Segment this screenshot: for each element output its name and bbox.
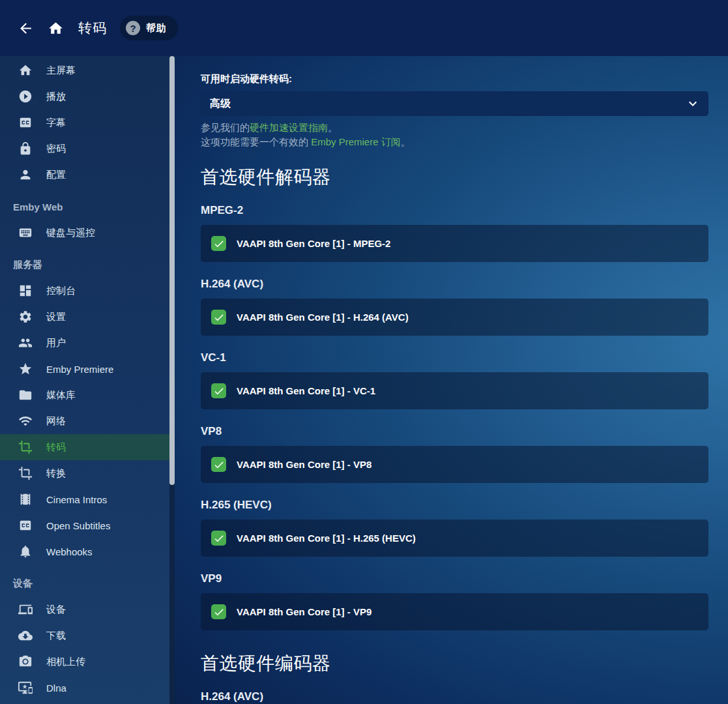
- decoder-groups: MPEG-2VAAPI 8th Gen Core [1] - MPEG-2H.2…: [201, 204, 708, 630]
- sidebar-item-emby-premiere[interactable]: Emby Premiere: [0, 356, 169, 382]
- sidebar-item-settings[interactable]: 设置: [0, 304, 169, 330]
- sidebar-item-label: 主屏幕: [46, 65, 76, 77]
- hw-option-label: VAAPI 8th Gen Core [1] - VP8: [237, 459, 371, 470]
- cloud-download-icon: [18, 628, 33, 643]
- sidebar-nav: 主屏幕播放字幕密码配置Emby Web键盘与遥控服务器控制台设置用户Emby P…: [0, 56, 169, 704]
- checkbox-checked[interactable]: [211, 310, 226, 325]
- checkbox-checked[interactable]: [211, 531, 226, 546]
- sidebar-item-webhooks[interactable]: Webhooks: [0, 538, 169, 565]
- sidebar-item-label: 设置: [46, 311, 66, 323]
- sidebar-item-dashboard[interactable]: 控制台: [0, 278, 169, 304]
- gear-icon: [18, 310, 33, 324]
- topbar: 转码 ? 帮助: [0, 0, 728, 56]
- devices-icon: [18, 602, 33, 617]
- sidebar-item-cinema-intros[interactable]: Cinema Intros: [0, 486, 169, 512]
- sidebar-item-transcoding[interactable]: 转码: [0, 434, 169, 460]
- hw-option-card[interactable]: VAAPI 8th Gen Core [1] - VP8: [201, 446, 708, 483]
- sidebar-scrollbar-thumb[interactable]: [169, 56, 175, 485]
- home-icon: [48, 20, 64, 37]
- gear-icon: [18, 310, 33, 324]
- sidebar-item-devices[interactable]: 设备: [0, 596, 169, 623]
- star-icon: [18, 362, 33, 376]
- hint-text: 这项功能需要一个有效的: [201, 136, 311, 147]
- check-icon: [213, 312, 225, 323]
- hw-option-label: VAAPI 8th Gen Core [1] - VC-1: [237, 385, 375, 396]
- check-icon: [213, 533, 225, 544]
- sidebar-item-network[interactable]: 网络: [0, 408, 169, 434]
- codec-heading: VC-1: [201, 351, 708, 364]
- convert-icon: [18, 466, 33, 480]
- transcode-icon: [18, 440, 33, 454]
- sidebar-item-downloads[interactable]: 下载: [0, 623, 169, 649]
- checkbox-checked[interactable]: [211, 604, 226, 619]
- sidebar-item-password[interactable]: 密码: [0, 136, 169, 162]
- hw-transcoding-select[interactable]: 高级: [201, 91, 708, 116]
- sidebar-item-open-subtitles[interactable]: Open Subtitles: [0, 512, 169, 538]
- bell-icon: [18, 544, 33, 559]
- sidebar-item-keyboard-remote[interactable]: 键盘与遥控: [0, 220, 169, 246]
- decoders-section-title: 首选硬件解码器: [201, 166, 708, 188]
- back-button[interactable]: [10, 13, 40, 43]
- sidebar-item-label: 网络: [46, 415, 66, 428]
- home-icon: [18, 63, 33, 78]
- sidebar-item-label: Emby Premiere: [46, 364, 113, 375]
- users-icon: [18, 336, 33, 350]
- sidebar-item-users[interactable]: 用户: [0, 330, 169, 356]
- check-icon: [213, 606, 225, 618]
- page-title: 转码: [78, 19, 107, 37]
- users-icon: [18, 336, 33, 350]
- lock-icon: [18, 141, 33, 156]
- person-icon: [18, 168, 33, 182]
- content-row: 主屏幕播放字幕密码配置Emby Web键盘与遥控服务器控制台设置用户Emby P…: [0, 56, 728, 704]
- checkbox-checked[interactable]: [211, 236, 226, 251]
- sidebar-item-label: 控制台: [46, 285, 76, 297]
- checkbox-checked[interactable]: [211, 457, 226, 472]
- sidebar-item-label: 设备: [46, 604, 66, 616]
- wifi-icon: [18, 414, 33, 428]
- dlna-icon: [18, 681, 33, 695]
- hw-option-card[interactable]: VAAPI 8th Gen Core [1] - VP9: [201, 593, 708, 630]
- sidebar-item-label: 转换: [46, 467, 66, 480]
- sidebar-item-label: 密码: [46, 143, 66, 155]
- closed-caption-icon: [18, 518, 33, 533]
- sidebar-item-profile[interactable]: 配置: [0, 162, 169, 188]
- sidebar-item-subtitles[interactable]: 字幕: [0, 110, 169, 136]
- hw-option-card[interactable]: VAAPI 8th Gen Core [1] - VC-1: [201, 372, 708, 409]
- sidebar-item-playback[interactable]: 播放: [0, 83, 169, 110]
- sidebar-item-library[interactable]: 媒体库: [0, 382, 169, 408]
- help-button[interactable]: ? 帮助: [120, 16, 178, 40]
- folder-icon: [18, 388, 33, 402]
- hw-option-label: VAAPI 8th Gen Core [1] - MPEG-2: [237, 238, 390, 249]
- film-icon: [18, 492, 33, 506]
- arrow-back-icon: [18, 20, 34, 37]
- check-icon: [213, 459, 225, 471]
- transcoding-settings-page: 可用时启动硬件转码: 高级 参见我们的硬件加速设置指南。 这项功能需要一个有效的…: [175, 56, 728, 704]
- closed-caption-icon: [18, 518, 33, 533]
- hw-option-label: VAAPI 8th Gen Core [1] - VP9: [237, 606, 371, 617]
- sidebar-item-label: 转码: [46, 441, 66, 454]
- hw-option-card[interactable]: VAAPI 8th Gen Core [1] - MPEG-2: [201, 225, 708, 262]
- emby-app: 转码 ? 帮助 主屏幕播放字幕密码配置Emby Web键盘与遥控服务器控制台设置…: [0, 0, 728, 704]
- dashboard-icon: [18, 284, 33, 298]
- emby-premiere-subscription-link[interactable]: Emby Premiere 订阅: [311, 136, 401, 147]
- closed-caption-icon: [18, 115, 33, 130]
- sidebar-item-camera-upload[interactable]: 相机上传: [0, 649, 169, 675]
- home-icon: [18, 63, 33, 78]
- encoders-section-title: 首选硬件编码器: [201, 653, 708, 675]
- hint-text: 。: [401, 136, 411, 147]
- codec-heading: VP8: [201, 425, 708, 438]
- sidebar-item-label: 用户: [46, 337, 66, 349]
- checkbox-checked[interactable]: [211, 383, 226, 398]
- hw-option-card[interactable]: VAAPI 8th Gen Core [1] - H.264 (AVC): [201, 299, 708, 336]
- closed-caption-icon: [18, 115, 33, 130]
- hw-option-card[interactable]: VAAPI 8th Gen Core [1] - H.265 (HEVC): [201, 520, 708, 557]
- sidebar-item-dlna[interactable]: Dlna: [0, 675, 169, 701]
- sidebar-item-home-screen[interactable]: 主屏幕: [0, 57, 169, 83]
- sidebar-item-convert[interactable]: 转换: [0, 460, 169, 486]
- wifi-icon: [18, 414, 33, 428]
- home-button[interactable]: [40, 13, 70, 43]
- sidebar-item-label: 播放: [46, 91, 66, 103]
- hw-acceleration-guide-link[interactable]: 硬件加速设置指南: [250, 122, 328, 133]
- play-circle-icon: [18, 89, 33, 104]
- lock-icon: [18, 141, 33, 156]
